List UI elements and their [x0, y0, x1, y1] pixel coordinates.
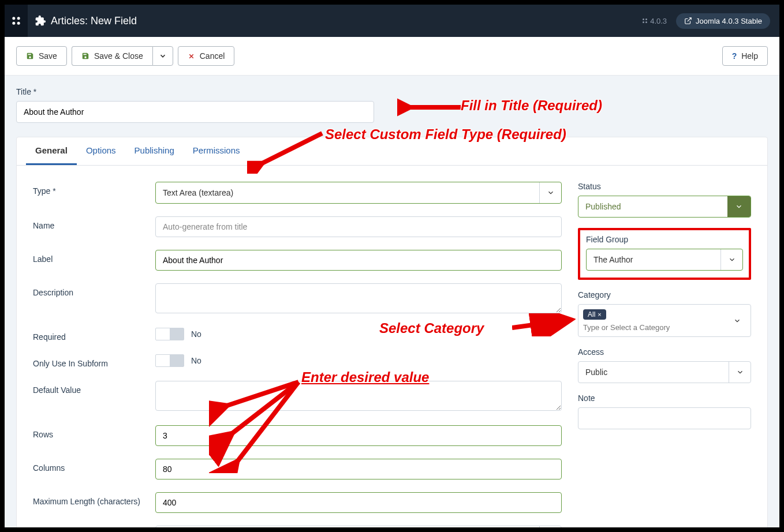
- annotation-arrow: [397, 96, 466, 119]
- tab-permissions[interactable]: Permissions: [184, 137, 249, 165]
- cancel-button[interactable]: Cancel: [178, 46, 235, 66]
- main-column: Type * Text Area (textarea) Name: [33, 182, 562, 527]
- access-label: Access: [578, 347, 751, 357]
- tab-publishing[interactable]: Publishing: [125, 137, 184, 165]
- fieldgroup-select[interactable]: The Author: [586, 249, 743, 271]
- category-chip[interactable]: All ×: [583, 309, 606, 320]
- category-label: Category: [578, 290, 751, 299]
- subform-label: Only Use In Subform: [33, 354, 155, 368]
- help-button[interactable]: ? Help: [722, 46, 768, 66]
- description-label: Description: [33, 283, 155, 297]
- external-link-icon: [684, 17, 692, 25]
- title-input[interactable]: [16, 101, 374, 123]
- name-label: Name: [33, 216, 155, 230]
- content-area: Title * Fill in Title (Required) Select …: [5, 76, 779, 527]
- chevron-down-icon: [159, 52, 167, 60]
- filter-select[interactable]: Use settings from Plugin: [155, 526, 562, 527]
- columns-label: Columns: [33, 459, 155, 473]
- sidebar-toggle[interactable]: [5, 5, 28, 37]
- default-value-label: Default Value: [33, 381, 155, 395]
- svg-point-4: [643, 18, 644, 20]
- tabs-panel: General Options Publishing Permissions T…: [16, 137, 768, 527]
- svg-point-5: [645, 18, 647, 20]
- note-input[interactable]: [578, 407, 751, 429]
- tab-options[interactable]: Options: [77, 137, 125, 165]
- chip-remove-icon[interactable]: ×: [598, 311, 601, 318]
- fieldgroup-value: The Author: [587, 255, 720, 264]
- status-select[interactable]: Published: [578, 196, 751, 218]
- subform-toggle[interactable]: [155, 354, 184, 367]
- rows-label: Rows: [33, 425, 155, 439]
- question-icon: ?: [732, 51, 737, 61]
- type-select[interactable]: Text Area (textarea): [155, 182, 562, 204]
- svg-point-3: [17, 22, 20, 25]
- fieldgroup-label: Field Group: [586, 235, 743, 244]
- type-label: Type *: [33, 182, 155, 196]
- sidebar-column: Status Published Field Group The Author: [578, 182, 751, 527]
- label-input[interactable]: [155, 250, 562, 271]
- required-label: Required: [33, 328, 155, 342]
- default-value-textarea[interactable]: [155, 381, 562, 411]
- svg-point-7: [645, 21, 647, 23]
- tab-general[interactable]: General: [26, 137, 77, 165]
- chevron-down-icon: [539, 526, 561, 527]
- chevron-down-icon: [539, 182, 561, 203]
- version-text: 4.0.3: [641, 17, 667, 25]
- access-value: Public: [578, 368, 729, 377]
- save-close-button[interactable]: Save & Close: [72, 46, 152, 66]
- description-textarea[interactable]: [155, 283, 562, 313]
- label-label: Label: [33, 250, 155, 264]
- name-input[interactable]: [155, 216, 562, 237]
- rows-input[interactable]: [155, 425, 562, 446]
- svg-point-6: [643, 21, 644, 23]
- save-button[interactable]: Save: [16, 46, 67, 66]
- category-placeholder: Type or Select a Category: [583, 323, 729, 332]
- svg-point-1: [17, 17, 20, 20]
- status-label: Status: [578, 182, 751, 191]
- svg-line-19: [512, 320, 567, 328]
- save-icon: [26, 52, 34, 60]
- save-dropdown-button[interactable]: [152, 46, 173, 66]
- chevron-down-icon: [720, 249, 742, 270]
- save-icon: [81, 52, 89, 60]
- topbar: Articles: New Field 4.0.3 Joomla 4.0.3 S…: [5, 5, 779, 37]
- page-title-text: Articles: New Field: [51, 15, 137, 27]
- title-label: Title *: [16, 87, 768, 96]
- filter-label: Filter: [33, 526, 155, 527]
- required-toggle[interactable]: [155, 328, 184, 340]
- joomla-mini-icon: [641, 17, 648, 24]
- columns-input[interactable]: [155, 459, 562, 479]
- maxlen-label: Maximum Length (characters): [33, 492, 155, 506]
- required-value: No: [191, 329, 201, 339]
- field-group-highlight: Field Group The Author: [578, 228, 751, 280]
- chevron-down-icon: [729, 309, 746, 332]
- stable-badge[interactable]: Joomla 4.0.3 Stable: [676, 13, 770, 29]
- category-select[interactable]: All × Type or Select a Category: [578, 304, 751, 337]
- puzzle-icon: [35, 15, 46, 27]
- close-icon: [188, 53, 195, 60]
- stable-label: Joomla 4.0.3 Stable: [696, 17, 762, 25]
- svg-point-2: [12, 22, 15, 25]
- annotation-fill-title: Fill in Title (Required): [461, 98, 602, 114]
- status-value: Published: [578, 196, 727, 217]
- page-title: Articles: New Field: [35, 15, 137, 27]
- access-select[interactable]: Public: [578, 361, 751, 383]
- svg-point-0: [12, 17, 15, 20]
- toolbar: Save Save & Close Cancel ? Help: [5, 37, 779, 76]
- tabs: General Options Publishing Permissions: [17, 137, 767, 166]
- type-value: Text Area (textarea): [156, 188, 539, 197]
- chevron-down-icon: [727, 196, 751, 217]
- note-label: Note: [578, 394, 751, 403]
- chevron-down-icon: [729, 362, 751, 383]
- maxlen-input[interactable]: [155, 492, 562, 513]
- subform-value: No: [191, 356, 201, 365]
- joomla-logo-icon: [10, 15, 22, 27]
